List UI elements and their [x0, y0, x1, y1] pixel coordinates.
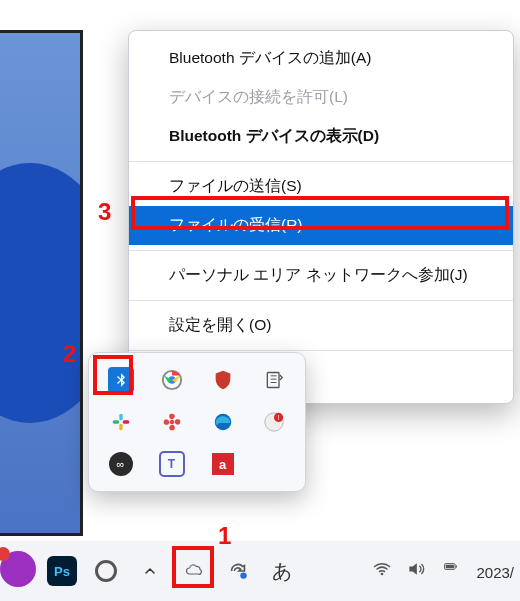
callout-number-3: 3 — [98, 198, 111, 226]
svg-rect-2 — [267, 373, 279, 388]
menu-separator — [129, 350, 513, 351]
tray-overflow-button[interactable] — [128, 549, 172, 593]
svg-point-10 — [169, 420, 174, 425]
ime-indicator[interactable]: あ — [260, 549, 304, 593]
desktop-wallpaper — [0, 30, 83, 536]
callout-number-1: 1 — [218, 522, 231, 550]
chrome-icon[interactable] — [159, 367, 185, 393]
menu-join-pan[interactable]: パーソナル エリア ネットワークへ参加(J) — [129, 256, 513, 295]
menu-separator — [129, 161, 513, 162]
chevron-up-icon — [135, 556, 165, 586]
menu-add-device[interactable]: Bluetooth デバイスの追加(A) — [129, 39, 513, 78]
empty-slot — [261, 451, 287, 477]
creative-cloud-icon[interactable]: ∞ — [108, 451, 134, 477]
svg-rect-19 — [456, 565, 457, 567]
taskbar-photoshop[interactable]: Ps — [40, 549, 84, 593]
volume-icon[interactable] — [406, 559, 426, 584]
edge-icon[interactable] — [210, 409, 236, 435]
svg-rect-6 — [119, 414, 122, 421]
svg-rect-7 — [112, 420, 119, 423]
gear-icon — [95, 560, 117, 582]
menu-separator — [129, 300, 513, 301]
callout-box-1 — [172, 546, 214, 588]
svg-text:!: ! — [277, 414, 279, 421]
red-app-icon[interactable]: a — [210, 451, 236, 477]
slack-icon[interactable] — [108, 409, 134, 435]
svg-rect-8 — [119, 424, 122, 431]
taskbar-app-badge[interactable] — [0, 547, 40, 591]
svg-point-16 — [381, 572, 384, 575]
taskbar-settings[interactable] — [84, 549, 128, 593]
svg-rect-9 — [122, 420, 129, 423]
callout-box-3 — [131, 196, 509, 230]
menu-separator — [129, 250, 513, 251]
onenote-icon[interactable] — [261, 367, 287, 393]
alert-icon[interactable]: ! — [261, 409, 287, 435]
menu-allow-connect: デバイスの接続を許可(L) — [129, 78, 513, 117]
taskbar-date[interactable]: 2023/ — [476, 564, 514, 581]
svg-point-15 — [240, 572, 246, 578]
svg-rect-18 — [446, 564, 454, 568]
fan-icon[interactable] — [159, 409, 185, 435]
wallpaper-shape — [0, 163, 83, 423]
wifi-icon[interactable] — [372, 559, 392, 584]
shield-icon[interactable] — [210, 367, 236, 393]
callout-box-2 — [93, 355, 133, 395]
callout-number-2: 2 — [63, 340, 76, 368]
sync-icon[interactable] — [216, 549, 260, 593]
menu-show-devices[interactable]: Bluetooth デバイスの表示(D) — [129, 117, 513, 156]
teams-icon[interactable]: T — [159, 451, 185, 477]
menu-open-settings[interactable]: 設定を開く(O) — [129, 306, 513, 345]
battery-icon[interactable] — [440, 561, 462, 582]
taskbar: Ps あ 2023/ — [0, 541, 520, 601]
